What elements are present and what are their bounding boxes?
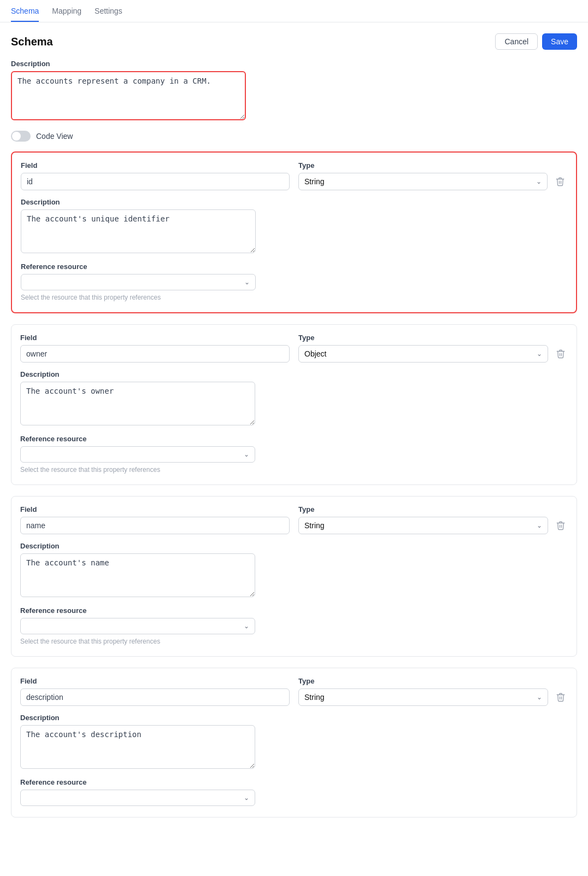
chevron-down-icon-field-name: ⌄ [537,522,542,529]
delete-button-field-id[interactable] [553,174,567,189]
col-type-field-description: String ⌄ [298,688,568,706]
type-select-field-description[interactable]: String ⌄ [298,688,548,706]
desc-block-field-owner: Description The account's owner [20,370,568,427]
header-buttons: Cancel Save [495,33,577,50]
ref-chevron-icon-field-owner: ⌄ [244,451,249,458]
type-label-field-description: Type [298,677,568,685]
field-type-row-field-id: String ⌄ [21,173,567,190]
tab-mapping[interactable]: Mapping [52,7,81,22]
col-field-field-name [20,517,290,534]
desc-label-field-description: Description [20,714,568,722]
tab-settings[interactable]: Settings [95,7,122,22]
type-label-field-name: Type [298,505,568,513]
field-block-field-id: Field Type String ⌄ [11,151,577,313]
fields-labels-row-field-description: Field Type [20,677,568,685]
ref-chevron-icon-field-name: ⌄ [244,622,249,630]
ref-label-field-name: Reference resource [20,606,568,615]
field-label-field-name: Field [20,505,290,513]
tab-bar: Schema Mapping Settings [0,0,588,22]
ref-hint-field-owner: Select the resource that this property r… [20,466,568,474]
delete-button-field-name[interactable] [554,518,568,533]
toggle-knob [12,132,21,141]
desc-block-field-id: Description The account's unique identif… [21,198,567,255]
page-header: Schema Cancel Save [11,33,577,50]
fields-labels-row-field-name: Field Type [20,505,568,513]
type-value-field-owner: Object [304,349,326,358]
field-type-row-field-owner: Object ⌄ [20,345,568,363]
type-label-field-id: Type [298,161,567,170]
chevron-down-icon-field-description: ⌄ [537,693,542,701]
field-input-field-id[interactable] [21,173,290,190]
ref-hint-field-id: Select the resource that this property r… [21,294,567,301]
desc-block-field-name: Description The account's name [20,542,568,599]
code-view-toggle[interactable] [11,131,31,142]
field-input-field-name[interactable] [20,517,290,534]
fields-container: Field Type String ⌄ [11,151,577,817]
ref-block-field-name: Reference resource ⌄ Select the resource… [20,606,568,645]
trash-icon-field-name [556,521,566,530]
top-description-label: Description [11,60,577,68]
save-button[interactable]: Save [542,33,577,50]
type-label-field-owner: Type [298,334,568,342]
trash-icon-field-description [556,692,566,702]
trash-icon-field-id [555,177,565,186]
tab-schema[interactable]: Schema [11,7,39,22]
type-value-field-description: String [304,693,325,702]
ref-block-field-description: Reference resource ⌄ [20,778,568,806]
field-block-field-description: Field Type String ⌄ [11,668,577,817]
chevron-down-icon-field-id: ⌄ [536,178,542,185]
type-select-field-name[interactable]: String ⌄ [298,517,548,534]
desc-textarea-field-owner[interactable]: The account's owner [20,382,255,425]
desc-textarea-field-description[interactable]: The account's description [20,725,255,769]
field-block-field-owner: Field Type Object ⌄ [11,324,577,485]
desc-label-field-id: Description [21,198,567,206]
ref-block-field-id: Reference resource ⌄ Select the resource… [21,262,567,301]
field-input-field-description[interactable] [20,688,290,706]
ref-label-field-owner: Reference resource [20,435,568,443]
ref-select-field-id[interactable]: ⌄ [21,274,256,290]
chevron-down-icon-field-owner: ⌄ [537,350,542,358]
fields-labels-row-field-owner: Field Type [20,334,568,342]
col-type-field-name: String ⌄ [298,517,568,534]
trash-icon-field-owner [556,349,566,359]
top-description-textarea[interactable] [11,71,246,120]
page-title: Schema [11,36,53,48]
ref-label-field-id: Reference resource [21,262,567,271]
field-type-row-field-description: String ⌄ [20,688,568,706]
field-input-field-owner[interactable] [20,345,290,363]
ref-select-field-owner[interactable]: ⌄ [20,446,255,463]
ref-block-field-owner: Reference resource ⌄ Select the resource… [20,435,568,474]
cancel-button[interactable]: Cancel [495,33,538,50]
desc-label-field-name: Description [20,542,568,550]
ref-chevron-icon-field-id: ⌄ [244,278,250,286]
field-type-row-field-name: String ⌄ [20,517,568,534]
desc-block-field-description: Description The account's description [20,714,568,770]
desc-label-field-owner: Description [20,370,568,378]
col-field-field-id [21,173,290,190]
col-type-field-owner: Object ⌄ [298,345,568,363]
ref-label-field-description: Reference resource [20,778,568,786]
col-field-field-owner [20,345,290,363]
delete-button-field-description[interactable] [554,690,568,704]
desc-textarea-field-id[interactable]: The account's unique identifier [21,209,256,253]
main-content: Schema Cancel Save Description Code View… [0,22,588,850]
code-view-row: Code View [11,131,577,142]
type-value-field-name: String [304,521,325,530]
col-type-field-id: String ⌄ [298,173,567,190]
field-label-field-description: Field [20,677,290,685]
ref-select-field-name[interactable]: ⌄ [20,618,255,634]
desc-textarea-field-name[interactable]: The account's name [20,553,255,597]
type-value-field-id: String [304,177,325,186]
col-field-field-description [20,688,290,706]
field-block-field-name: Field Type String ⌄ [11,496,577,657]
field-label-field-id: Field [21,161,290,170]
type-select-field-id[interactable]: String ⌄ [298,173,548,190]
top-description-block: Description [11,60,577,122]
fields-labels-row-field-id: Field Type [21,161,567,170]
ref-chevron-icon-field-description: ⌄ [244,794,249,802]
delete-button-field-owner[interactable] [554,347,568,361]
code-view-label: Code View [36,132,73,141]
type-select-field-owner[interactable]: Object ⌄ [298,345,548,363]
ref-select-field-description[interactable]: ⌄ [20,790,255,806]
ref-hint-field-name: Select the resource that this property r… [20,638,568,645]
